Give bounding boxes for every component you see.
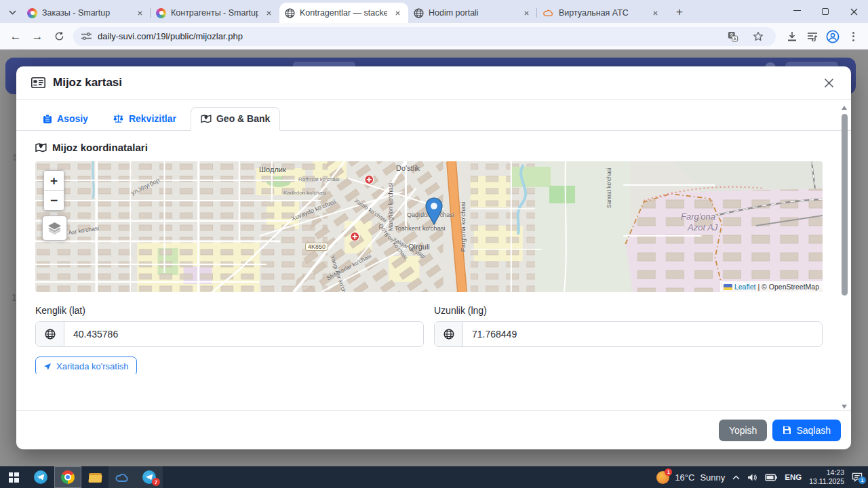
- osm-link[interactable]: OpenStreetMap: [769, 283, 819, 291]
- window-close-button[interactable]: [840, 0, 868, 23]
- browser-tab[interactable]: Виртуальная АТС: [537, 3, 666, 23]
- globe-icon: [435, 322, 463, 346]
- start-button[interactable]: [0, 466, 27, 488]
- tab-search-chevron-icon[interactable]: [3, 3, 22, 22]
- tab-close-icon[interactable]: [134, 7, 145, 18]
- browser-tab[interactable]: Hodim portali: [408, 3, 537, 23]
- location-marker-pin: [425, 197, 443, 225]
- taskbar-telegram-2[interactable]: 7: [136, 466, 163, 488]
- ukraine-flag-icon: [724, 284, 732, 290]
- leaflet-link[interactable]: Leaflet: [734, 283, 756, 291]
- modal-header: Mijoz kartasi: [16, 66, 851, 100]
- tab-title: Kontragentlar — stacked moda: [300, 8, 387, 18]
- save-button[interactable]: Saqlash: [772, 420, 841, 441]
- chrome-icon: [61, 470, 75, 484]
- latitude-input[interactable]: [64, 322, 423, 346]
- browser-tab-strip: Заказы - SmartupКонтрагенты - SmartupKon…: [0, 0, 868, 23]
- browser-tab[interactable]: Заказы - Smartup: [22, 3, 151, 23]
- window-minimize-button[interactable]: [783, 0, 811, 23]
- scroll-up-arrow[interactable]: [842, 106, 847, 110]
- notification-center[interactable]: 1: [852, 472, 863, 482]
- taskbar-telegram[interactable]: [27, 466, 54, 488]
- scroll-down-arrow[interactable]: [842, 405, 847, 409]
- modal-tab-geo-bank[interactable]: Geo & Bank: [191, 107, 280, 131]
- windows-taskbar: 7 1 16°CSunny ENG 14:23 13.11.2025 1: [0, 466, 868, 488]
- refresh-icon[interactable]: [49, 26, 69, 47]
- language-indicator[interactable]: ENG: [785, 473, 802, 481]
- profile-avatar-icon[interactable]: [823, 27, 842, 46]
- tab-close-icon[interactable]: [650, 7, 660, 18]
- globe-icon: [36, 322, 64, 346]
- smartup-swirl-favicon-icon: [156, 8, 166, 18]
- modal-tab-label: Asosiy: [57, 113, 88, 124]
- floppy-disk-icon: [783, 426, 791, 434]
- weather-condition: Sunny: [700, 472, 725, 483]
- tab-title: Hodim portali: [429, 8, 516, 18]
- tab-title: Контрагенты - Smartup: [171, 8, 258, 18]
- tray-expand-chevron-icon[interactable]: [732, 475, 740, 480]
- hospital-marker: [365, 176, 374, 184]
- notification-badge: 1: [859, 476, 866, 484]
- sun-icon: 1: [656, 471, 669, 484]
- volume-icon[interactable]: [747, 473, 757, 482]
- taskbar-chrome[interactable]: [54, 466, 81, 488]
- clock-date: 13.11.2025: [809, 477, 844, 486]
- zoom-in-button[interactable]: +: [44, 171, 64, 190]
- weather-temp: 16°C: [675, 472, 694, 483]
- clock-time: 14:23: [809, 468, 844, 477]
- map-layers-control[interactable]: [42, 216, 67, 241]
- modal-body: Mijoz koordinatalari: [16, 131, 851, 374]
- modal-title: Mijoz kartasi: [53, 76, 122, 89]
- download-icon[interactable]: [783, 27, 802, 46]
- taskbar-weather[interactable]: 1 16°CSunny: [656, 471, 725, 484]
- section-title: Mijoz koordinatalari: [52, 142, 148, 153]
- telegram-icon: [34, 470, 47, 484]
- modal-close-icon[interactable]: [821, 75, 836, 90]
- leaflet-map[interactable]: Шодликул.УлугборDo'stlikRaffosat ko'chas…: [35, 161, 823, 292]
- modal-tab-rekvizitlar[interactable]: Rekvizitlar: [102, 107, 186, 131]
- scales-icon: [113, 114, 124, 124]
- browser-menu-icon[interactable]: [844, 27, 863, 46]
- longitude-input[interactable]: [463, 322, 822, 346]
- map-icon: [201, 114, 212, 123]
- show-on-map-button[interactable]: Xaritada ko'rsatish: [35, 357, 137, 374]
- tab-title: Заказы - Smartup: [42, 8, 130, 18]
- tab-close-icon[interactable]: [392, 7, 403, 18]
- site-settings-icon[interactable]: [81, 32, 92, 41]
- taskbar-clock[interactable]: 14:23 13.11.2025: [809, 468, 844, 486]
- tab-close-icon[interactable]: [521, 7, 532, 18]
- zoom-out-button[interactable]: −: [44, 190, 64, 210]
- media-controls-icon[interactable]: [803, 27, 822, 46]
- url-text[interactable]: daily-suvi.com/19l/public/mijozlar.php: [98, 31, 717, 41]
- lat-field-group: Kenglik (lat): [35, 305, 424, 347]
- customer-card-modal: Mijoz kartasi AsosiyRekvizitlarGeo & Ban…: [16, 66, 851, 449]
- unread-badge: 7: [152, 478, 160, 486]
- modal-footer: Yopish Saqlash: [16, 410, 851, 449]
- modal-tab-label: Rekvizitlar: [129, 113, 176, 124]
- forward-icon[interactable]: →: [27, 26, 47, 47]
- browser-tab[interactable]: Kontragentlar — stacked moda: [279, 3, 408, 23]
- tab-close-icon[interactable]: [263, 7, 274, 18]
- browser-tab[interactable]: Контрагенты - Smartup: [151, 3, 279, 23]
- new-tab-button[interactable]: +: [670, 3, 689, 22]
- modal-tab-asosiy[interactable]: Asosiy: [33, 107, 98, 131]
- window-maximize-button[interactable]: [811, 0, 840, 23]
- back-icon[interactable]: ←: [5, 26, 26, 47]
- modal-scrollbar[interactable]: [840, 106, 849, 409]
- map-pin-icon: [35, 142, 47, 152]
- taskbar-cloud-app[interactable]: [108, 466, 136, 488]
- battery-icon[interactable]: [765, 474, 777, 481]
- taskbar-file-explorer[interactable]: [81, 466, 108, 488]
- address-bar[interactable]: daily-suvi.com/19l/public/mijozlar.php: [73, 27, 776, 46]
- close-button[interactable]: Yopish: [719, 420, 768, 441]
- map-attribution: Leaflet | © OpenStreetMap: [720, 281, 823, 292]
- hospital-marker: [351, 232, 359, 241]
- system-tray: 1 16°CSunny ENG 14:23 13.11.2025 1: [656, 468, 868, 486]
- browser-toolbar: ← → daily-suvi.com/19l/public/mijozlar.p…: [0, 23, 868, 49]
- bookmark-star-icon[interactable]: [749, 27, 768, 46]
- globe-favicon-icon: [285, 8, 295, 18]
- navigation-arrow-icon: [43, 363, 52, 371]
- globe-favicon-icon: [414, 8, 424, 18]
- scrollbar-thumb[interactable]: [842, 114, 848, 296]
- translate-icon[interactable]: [724, 27, 743, 46]
